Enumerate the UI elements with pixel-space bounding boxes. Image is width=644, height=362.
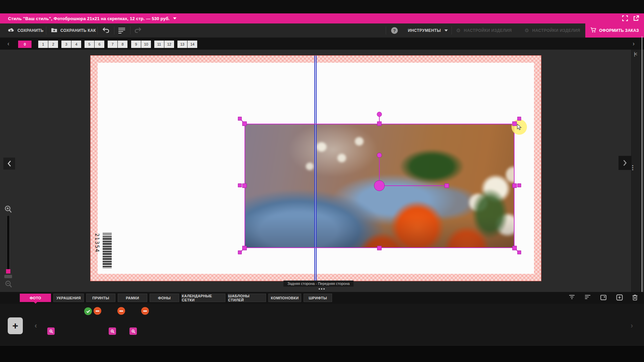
image-handle-top-right[interactable] xyxy=(518,117,521,121)
page-button[interactable]: 1 xyxy=(38,41,48,48)
history-list-button[interactable] xyxy=(115,23,128,38)
preview-zoom-icon[interactable] xyxy=(109,327,116,335)
toolbar-separator xyxy=(46,26,46,35)
tab-backgrounds[interactable]: ФОНЫ xyxy=(150,294,179,302)
page-button-0[interactable]: 0 xyxy=(18,41,32,48)
frame-handle-top-right[interactable] xyxy=(513,122,517,126)
remove-photo-icon[interactable] xyxy=(94,307,101,315)
page-pair-13-14: 1314 xyxy=(177,41,197,48)
tools-menu-button[interactable]: ИНСТРУМЕНТЫ xyxy=(408,23,448,38)
tab-photo[interactable]: ФОТО xyxy=(20,294,51,302)
preview-zoom-icon[interactable] xyxy=(129,327,137,335)
pages-next-icon[interactable]: › xyxy=(633,41,635,47)
toolbar-separator xyxy=(451,26,452,35)
tab-calendar-grids[interactable]: КАЛЕНДАРНЫЕ СЕТКИ xyxy=(181,294,225,302)
image-handle-mid-left[interactable] xyxy=(238,184,242,187)
toolbar-separator xyxy=(114,26,114,35)
mouse-cursor-icon xyxy=(517,124,522,132)
fullscreen-icon[interactable] xyxy=(622,15,628,21)
barcode-number: 21354 xyxy=(94,233,100,268)
frame-handle-bottom-center[interactable] xyxy=(377,246,382,250)
zoom-in-icon[interactable] xyxy=(4,205,12,215)
rotation-handle[interactable] xyxy=(377,112,382,117)
collapse-panel-icon[interactable]: |< xyxy=(634,51,637,57)
prev-spread-button[interactable] xyxy=(3,158,15,170)
save-button[interactable]: СОХРАНИТЬ xyxy=(7,23,44,38)
page-button[interactable]: 14 xyxy=(187,41,197,48)
main-toolbar: СОХРАНИТЬ СОХРАНИТЬ КАК xyxy=(0,23,644,38)
toolbar-separator xyxy=(97,26,98,35)
cloud-upload-icon xyxy=(7,27,14,34)
tab-layouts[interactable]: КОМПОНОВКИ xyxy=(268,294,301,302)
panel-dots-icon[interactable]: ••• xyxy=(632,165,634,171)
photo-used-check-icon xyxy=(84,307,92,315)
page-button[interactable]: 12 xyxy=(164,41,174,48)
page-button[interactable]: 5 xyxy=(85,41,94,48)
next-spread-button[interactable] xyxy=(619,156,631,170)
preview-zoom-icon[interactable] xyxy=(47,327,55,335)
page-button[interactable]: 8 xyxy=(118,41,127,48)
toolbar-separator xyxy=(386,26,386,35)
frame-handle-top-left[interactable] xyxy=(243,122,247,126)
photo-filmstrip: + ‹ xyxy=(0,304,644,345)
list-icon xyxy=(118,28,125,34)
page-button[interactable]: 6 xyxy=(95,41,104,48)
pages-prev-icon[interactable]: ‹ xyxy=(7,41,9,47)
image-handle-bottom-left[interactable] xyxy=(238,251,242,254)
product-settings-button-2: ⚙ НАСТРОЙКИ ИЗДЕЛИЯ xyxy=(525,23,580,38)
open-external-icon[interactable] xyxy=(633,15,639,21)
page-button[interactable]: 11 xyxy=(154,41,164,48)
spread-options-dots[interactable] xyxy=(319,288,325,290)
checkout-button[interactable]: ОФОРМИТЬ ЗАКАЗ xyxy=(585,23,644,38)
tab-decorations[interactable]: УКРАШЕНИЯ xyxy=(53,294,84,302)
page-button[interactable]: 3 xyxy=(61,41,71,48)
undo-icon xyxy=(102,27,110,34)
image-handle-mid-right[interactable] xyxy=(518,184,521,187)
tab-fonts[interactable]: ШРИФТЫ xyxy=(304,294,332,302)
zoom-slider[interactable] xyxy=(7,215,10,271)
tab-prints[interactable]: ПРИНТЫ xyxy=(86,294,115,302)
title-dropdown-caret-icon[interactable] xyxy=(173,17,176,21)
page-button[interactable]: 2 xyxy=(48,41,58,48)
page-button[interactable]: 9 xyxy=(131,41,141,48)
frame-handle-top-center[interactable] xyxy=(377,122,382,126)
filter-icon[interactable] xyxy=(569,294,575,301)
save-as-button[interactable]: СОХРАНИТЬ КАК xyxy=(51,23,96,38)
remove-photo-icon[interactable] xyxy=(141,307,149,315)
redo-button[interactable] xyxy=(131,23,144,38)
frame-handle-bottom-left[interactable] xyxy=(243,246,247,250)
tab-style-templates[interactable]: ШАБЛОНЫ СТИЛЕЙ xyxy=(228,294,266,302)
tab-frames[interactable]: РАМКИ xyxy=(118,294,147,302)
sort-icon[interactable] xyxy=(584,294,591,301)
image-handle-bottom-right[interactable] xyxy=(518,251,521,254)
add-square-icon[interactable] xyxy=(616,294,623,301)
new-image-icon[interactable] xyxy=(600,294,607,301)
cart-icon xyxy=(590,27,596,34)
page-button[interactable]: 7 xyxy=(108,41,117,48)
image-handle-top-left[interactable] xyxy=(238,117,242,121)
help-button[interactable]: ? xyxy=(388,23,401,38)
chevron-down-icon xyxy=(444,29,448,33)
filmstrip-prev-icon[interactable]: ‹ xyxy=(35,322,37,329)
remove-photo-icon[interactable] xyxy=(117,307,125,315)
undo-button[interactable] xyxy=(100,23,112,38)
page-pair-7-8: 78 xyxy=(108,41,127,48)
frame-handle-bottom-right[interactable] xyxy=(513,246,517,250)
scale-handle[interactable] xyxy=(445,184,449,188)
page-button[interactable]: 10 xyxy=(141,41,151,48)
toolbar-separator xyxy=(130,26,130,35)
zoom-out-icon[interactable] xyxy=(5,280,13,290)
bottom-bar xyxy=(0,345,644,362)
folder-add-icon xyxy=(51,27,57,34)
page-button[interactable]: 4 xyxy=(71,41,81,48)
delete-icon[interactable] xyxy=(632,294,638,301)
photobook-editor: Стиль "Ваш стиль", Фотоброшюра 21х21 на … xyxy=(0,0,644,362)
filmstrip-next-icon[interactable]: › xyxy=(631,322,633,329)
zoom-slider-thumb[interactable] xyxy=(6,269,10,274)
add-photo-button[interactable]: + xyxy=(8,317,23,334)
frame-handle-mid-right[interactable] xyxy=(513,184,517,188)
page-button[interactable]: 13 xyxy=(177,41,187,48)
frame-handle-mid-left[interactable] xyxy=(243,184,247,188)
pan-handle-small[interactable] xyxy=(377,153,382,158)
pan-handle-center[interactable] xyxy=(374,180,385,191)
